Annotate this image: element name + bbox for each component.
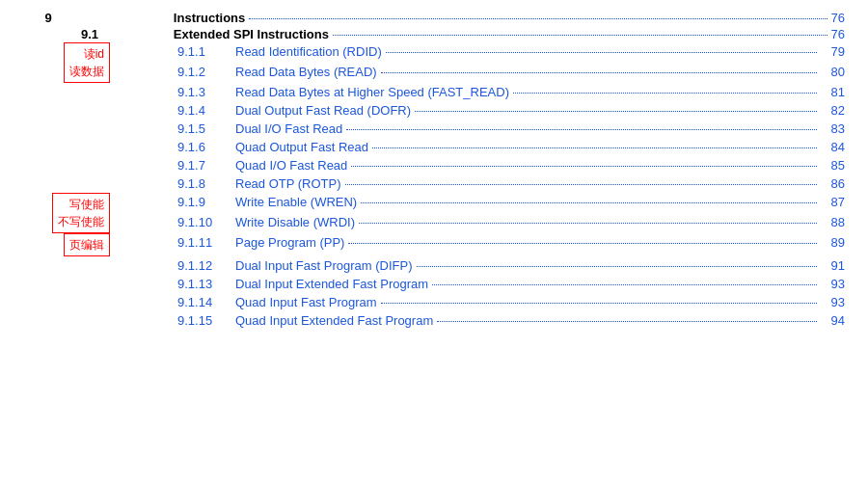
label-cell — [19, 275, 116, 293]
label-cell — [19, 293, 116, 311]
page-number: 93 — [821, 295, 845, 309]
label-cell — [19, 138, 116, 156]
toc-entry-row: 9.1.12Dual Input Fast Program (DIFP)91 — [19, 256, 849, 275]
page-number: 88 — [821, 215, 845, 229]
entry-title-text: Dual I/O Fast Read — [235, 121, 342, 136]
page-number: 89 — [821, 235, 845, 250]
empty-col — [116, 174, 174, 193]
dots-separator — [381, 303, 817, 304]
entry-title: Dual Input Extended Fast Program93 — [231, 275, 849, 293]
dots-separator — [348, 243, 817, 244]
chapter-number: 9 — [19, 10, 77, 26]
page-number: 83 — [821, 121, 845, 136]
entry-title-text: Dual Input Extended Fast Program — [235, 277, 428, 291]
page-number: 87 — [821, 195, 845, 209]
entry-title-text: Read Identification (RDID) — [235, 44, 382, 59]
page-number: 94 — [821, 313, 845, 328]
entry-title-text: Quad Input Extended Fast Program — [235, 313, 433, 328]
entry-number: 9.1.11 — [174, 233, 231, 256]
label-cell — [19, 83, 116, 101]
dots-separator — [415, 111, 817, 112]
empty-col — [116, 156, 174, 174]
page-number: 82 — [821, 103, 845, 118]
toc-entry-row: 写使能 不写使能9.1.9Write Enable (WREN)87 — [19, 193, 849, 213]
empty-col — [116, 213, 174, 233]
entry-title-text: Dual Output Fast Read (DOFR) — [235, 103, 411, 118]
label-cell — [19, 101, 116, 120]
dots-separator — [361, 202, 817, 203]
entry-number: 9.1.12 — [174, 256, 231, 275]
label-cell — [19, 311, 116, 330]
empty-col — [116, 42, 174, 63]
entry-number: 9.1.8 — [174, 174, 231, 193]
chapter-title-cell — [77, 10, 170, 26]
empty-col — [116, 138, 174, 156]
entry-title: Write Disable (WRDI)88 — [231, 213, 849, 233]
entry-number: 9.1.5 — [174, 120, 231, 138]
toc-entry-row: 9.1.4Dual Output Fast Read (DOFR)82 — [19, 101, 849, 120]
entry-title: Dual Input Fast Program (DIFP)91 — [231, 256, 849, 275]
entry-number: 9.1.2 — [174, 63, 231, 83]
toc-entry-row: 页编辑9.1.11Page Program (PP)89 — [19, 233, 849, 256]
toc-entry-row: 9.1.2Read Data Bytes (READ)80 — [19, 63, 849, 83]
entry-title: Page Program (PP)89 — [231, 233, 849, 256]
empty-col — [116, 256, 174, 275]
toc-entry-row: 9.1.10Write Disable (WRDI)88 — [19, 213, 849, 233]
dots-separator — [437, 321, 817, 322]
chapter-row: 9 Instructions 76 — [19, 10, 849, 26]
annotation-box: 写使能 不写使能 — [52, 193, 110, 233]
entry-title: Quad Input Extended Fast Program94 — [231, 311, 849, 330]
toc-entry-row: 9.1.5Dual I/O Fast Read83 — [19, 120, 849, 138]
page-number: 79 — [821, 44, 845, 59]
dots-separator — [359, 223, 817, 224]
dots-separator — [372, 147, 817, 148]
page-number: 93 — [821, 277, 845, 291]
section-row: 9.1 Extended SPI Instructions 76 — [19, 26, 849, 42]
page-number: 84 — [821, 140, 845, 154]
dots-separator — [381, 72, 817, 73]
entry-title-text: Write Disable (WRDI) — [235, 215, 355, 229]
label-cell — [19, 156, 116, 174]
toc-entry-row: 9.1.8Read OTP (ROTP)86 — [19, 174, 849, 193]
entry-title: Read OTP (ROTP)86 — [231, 174, 849, 193]
entry-number: 9.1.3 — [174, 83, 231, 101]
toc-entry-row: 9.1.15Quad Input Extended Fast Program94 — [19, 311, 849, 330]
section-number: 9.1 — [77, 26, 170, 42]
entry-number: 9.1.6 — [174, 138, 231, 156]
empty-col — [116, 193, 174, 213]
empty-col — [116, 101, 174, 120]
dots-separator — [513, 93, 817, 94]
page-number: 80 — [821, 65, 845, 79]
label-cell — [19, 120, 116, 138]
label-cell — [19, 256, 116, 275]
entry-number: 9.1.1 — [174, 42, 231, 63]
section-title: Extended SPI Instructions 76 — [170, 26, 849, 42]
entry-title: Read Identification (RDID)79 — [231, 42, 849, 63]
entry-number: 9.1.15 — [174, 311, 231, 330]
page-number: 86 — [821, 176, 845, 191]
entry-title: Quad Output Fast Read84 — [231, 138, 849, 156]
empty-col — [116, 311, 174, 330]
dots-separator — [346, 129, 817, 130]
entry-title: Dual I/O Fast Read83 — [231, 120, 849, 138]
entry-number: 9.1.10 — [174, 213, 231, 233]
label-cell: 页编辑 — [19, 233, 116, 256]
entry-number: 9.1.4 — [174, 101, 231, 120]
empty-col — [116, 293, 174, 311]
dots-line — [333, 35, 827, 36]
dots-line — [249, 18, 827, 19]
section-num1 — [19, 26, 77, 42]
entry-title-text: Write Enable (WREN) — [235, 195, 357, 209]
page-number: 91 — [821, 258, 845, 273]
dots-separator — [417, 266, 818, 267]
entry-title: Read Data Bytes (READ)80 — [231, 63, 849, 83]
entry-title-text: Quad I/O Fast Read — [235, 158, 347, 173]
dots-separator — [351, 166, 817, 167]
entry-title-text: Read Data Bytes (READ) — [235, 65, 377, 79]
entry-title-text: Quad Output Fast Read — [235, 140, 368, 154]
label-cell — [19, 174, 116, 193]
toc-entry-row: 9.1.3Read Data Bytes at Higher Speed (FA… — [19, 83, 849, 101]
entry-number: 9.1.7 — [174, 156, 231, 174]
entry-title: Write Enable (WREN)87 — [231, 193, 849, 213]
label-cell: 写使能 不写使能 — [19, 193, 116, 233]
